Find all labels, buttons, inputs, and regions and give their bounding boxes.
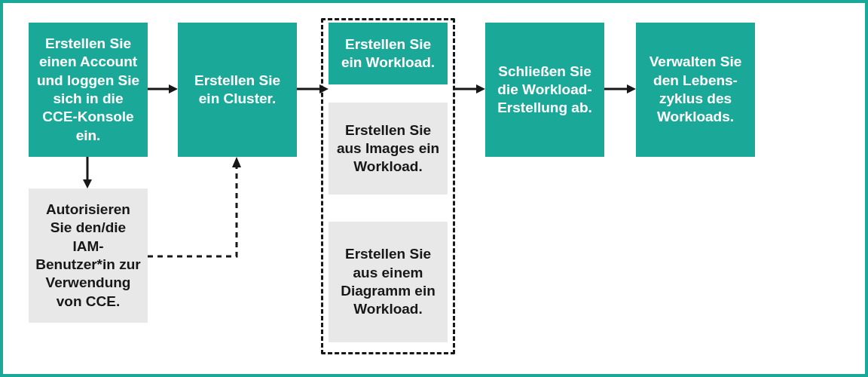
opt-workload-images: Erstellen Sie aus Images ein Workload. — [329, 103, 448, 195]
step-label: Erstellen Sie aus Images ein Workload. — [335, 121, 442, 176]
sub-authorize-iam: Autorisieren Sie den/die IAM-Benutzer*in… — [29, 188, 148, 323]
svg-marker-1 — [169, 84, 178, 93]
arrow-icon — [455, 83, 485, 95]
step-manage-lifecycle: Verwalten Sie den Lebens-zyklus des Work… — [636, 23, 755, 157]
arrow-icon — [81, 157, 93, 188]
svg-marker-10 — [232, 157, 241, 167]
arrow-icon — [297, 83, 329, 95]
step-finish-workload: Schließen Sie die Workload-Erstellung ab… — [485, 23, 604, 157]
step-create-cluster: Erstellen Sie ein Cluster. — [178, 23, 297, 157]
step-label: Erstellen Sie ein Workload. — [335, 35, 442, 72]
diagram-container: Erstellen Sie einen Account und loggen S… — [0, 0, 868, 377]
step-label: Verwalten Sie den Lebens-zyklus des Work… — [642, 53, 749, 126]
svg-marker-3 — [319, 84, 329, 93]
arrow-icon — [148, 83, 178, 95]
step-label: Erstellen Sie aus einem Diagramm ein Wor… — [335, 245, 442, 318]
step-create-account: Erstellen Sie einen Account und loggen S… — [29, 23, 148, 157]
step-label: Autorisieren Sie den/die IAM-Benutzer*in… — [35, 201, 142, 311]
step-label: Erstellen Sie ein Cluster. — [184, 72, 291, 109]
step-label: Schließen Sie die Workload-Erstellung ab… — [491, 63, 598, 118]
step-create-workload: Erstellen Sie ein Workload. — [329, 23, 448, 84]
arrow-icon — [604, 83, 636, 95]
arrow-dashed-icon — [148, 157, 246, 262]
svg-marker-7 — [627, 84, 636, 93]
svg-marker-9 — [83, 179, 92, 188]
svg-marker-5 — [476, 84, 485, 93]
opt-workload-diagram: Erstellen Sie aus einem Diagramm ein Wor… — [329, 222, 448, 342]
step-label: Erstellen Sie einen Account und loggen S… — [35, 35, 142, 145]
